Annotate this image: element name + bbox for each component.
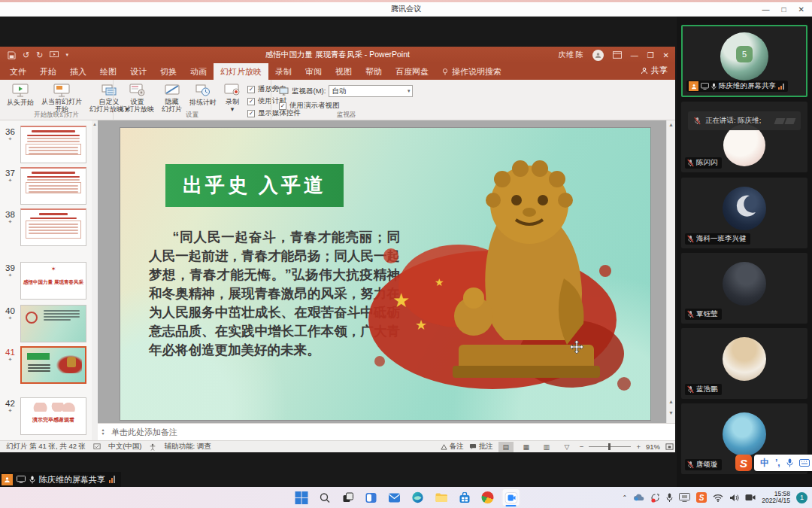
spellcheck-icon[interactable] <box>93 443 101 451</box>
ime-punctuation-icon[interactable]: ’, <box>775 458 780 468</box>
from-beginning-button[interactable]: 从头开始 <box>3 82 38 114</box>
normal-view-button[interactable]: ▤ <box>498 442 514 452</box>
cast-tray-icon[interactable] <box>679 493 690 502</box>
notes-placeholder[interactable]: 单击此处添加备注 <box>108 427 177 438</box>
edge-button[interactable] <box>409 488 427 506</box>
previous-slide-icon[interactable]: ▲ <box>667 399 675 404</box>
microphone-tray-icon[interactable] <box>666 493 673 503</box>
participant-tile[interactable]: 正在讲话: 陈庆维; 陈闪闪 <box>681 102 807 172</box>
monitor-select[interactable]: 自动▾ <box>329 85 413 97</box>
thumbnail-slide-40[interactable]: 40✦ <box>0 305 98 342</box>
slide-title-banner[interactable]: 出乎史 入乎道 <box>165 164 344 207</box>
minimize-icon[interactable]: — <box>762 5 770 14</box>
thumbnail-scrollbar[interactable]: ▲ <box>92 120 98 440</box>
tab-home[interactable]: 开始 <box>33 63 63 80</box>
ime-voice-icon[interactable] <box>786 458 793 467</box>
onedrive-cloud-icon[interactable] <box>633 494 644 501</box>
wps-office-button[interactable] <box>479 488 497 506</box>
participant-tile-screen-share[interactable]: 5 陈庆维的屏幕共享 <box>681 25 807 97</box>
participant-tile[interactable]: 海科一班李兴健 <box>681 178 807 248</box>
thumbnail-slide-37[interactable]: 37✦ <box>0 167 98 205</box>
microsoft-store-button[interactable] <box>456 488 474 506</box>
tab-help[interactable]: 帮助 <box>359 63 389 80</box>
tab-review[interactable]: 审阅 <box>298 63 329 80</box>
thumbnail-slide-36[interactable]: 36✦ <box>0 126 98 163</box>
tab-draw[interactable]: 绘图 <box>93 63 123 80</box>
scroll-up-icon[interactable]: ▲ <box>92 122 98 126</box>
ppt-minimize-icon[interactable]: — <box>631 51 638 59</box>
accessibility-status[interactable]: 辅助功能: 调查 <box>164 442 211 452</box>
notes-toggle[interactable]: 备注 <box>441 442 464 452</box>
widgets-button[interactable] <box>362 488 380 506</box>
tab-slideshow-active[interactable]: 幻灯片放映 <box>214 63 268 80</box>
slide-sorter-view-button[interactable]: ▦ <box>519 442 534 452</box>
wifi-icon[interactable] <box>713 494 723 502</box>
from-current-slide-button[interactable]: 从当前幻灯片 开始 <box>38 82 86 114</box>
clock[interactable]: 15:58 2022/4/15 <box>762 491 790 505</box>
screen-share-banner[interactable]: 陈庆维的屏幕共享 <box>0 472 121 487</box>
language-status[interactable]: 中文(中国) <box>108 442 141 452</box>
task-view-button[interactable] <box>339 488 357 506</box>
ppt-close-icon[interactable]: ✕ <box>663 51 669 59</box>
participant-tile[interactable]: 蓝浩鹏 <box>681 328 807 399</box>
thumbnail-slide-42[interactable]: 42✦ 演示完毕感谢观看 <box>0 397 98 435</box>
search-button[interactable] <box>316 488 334 506</box>
fit-to-window-icon[interactable] <box>665 443 674 451</box>
tab-file[interactable]: 文件 <box>3 63 33 80</box>
slide-area-scrollbar[interactable]: ▲ ▲ ▼ <box>666 120 675 423</box>
tell-me-search[interactable]: 操作说明搜索 <box>441 63 501 80</box>
mail-button[interactable] <box>386 488 404 506</box>
notes-splitter-icon[interactable]: ▴▾ <box>98 428 108 436</box>
reading-view-button[interactable]: ▥ <box>539 442 554 452</box>
ime-toolbar[interactable]: S 中 ’, <box>735 455 812 471</box>
zoom-out-icon[interactable]: − <box>580 443 584 451</box>
participant-tile[interactable]: 覃钰莹 <box>681 253 807 324</box>
ime-language-mode[interactable]: 中 <box>760 457 769 470</box>
tab-animations[interactable]: 动画 <box>183 63 214 80</box>
tab-transitions[interactable]: 切换 <box>153 63 183 80</box>
rehearse-timings-button[interactable]: 排练计时 <box>186 82 220 114</box>
ppt-restore-icon[interactable]: ❐ <box>647 51 654 59</box>
thumbnail-slide-39[interactable]: 39✦ ✶ 感悟中国力量 展现青春风采 <box>0 262 98 300</box>
tencent-meeting-button[interactable] <box>502 488 520 506</box>
account-name[interactable]: 庆维 陈 <box>559 50 583 60</box>
notification-badge[interactable]: 1 <box>796 492 807 503</box>
zoom-level[interactable]: 91% <box>646 443 660 451</box>
account-avatar[interactable] <box>592 50 604 61</box>
tab-view[interactable]: 视图 <box>329 63 359 80</box>
start-button[interactable] <box>292 488 311 506</box>
tray-expand-icon[interactable]: ⌃ <box>622 494 627 501</box>
zoom-slider[interactable] <box>589 446 631 447</box>
tab-baidu-netdisk[interactable]: 百度网盘 <box>389 63 435 80</box>
zoom-slider-thumb[interactable] <box>608 443 611 450</box>
notes-pane[interactable]: ▴▾ 单击此处添加备注 <box>98 423 675 440</box>
sogou-tray-icon[interactable]: S <box>696 492 707 503</box>
current-slide-canvas[interactable]: 出乎史 入乎道 “同人民一起奋斗，青春才能亮丽；同人民一起前进，青春才能昂扬；同… <box>120 128 650 420</box>
scroll-up-icon[interactable]: ▲ <box>667 122 675 127</box>
ribbon-display-options-icon[interactable] <box>613 51 622 59</box>
screen-record-tray-icon[interactable] <box>650 493 660 503</box>
use-presenter-view-checkbox[interactable]: ✓使用演示者视图 <box>279 101 413 111</box>
volume-icon[interactable] <box>729 494 739 502</box>
slideshow-view-button[interactable]: ▽ <box>559 442 574 452</box>
ime-keyboard-icon[interactable] <box>799 459 810 467</box>
tab-design[interactable]: 设计 <box>123 63 153 80</box>
record-slideshow-button[interactable]: 录制 ▾ <box>220 82 244 114</box>
zoom-in-icon[interactable]: + <box>636 443 641 451</box>
setup-slideshow-button[interactable]: 设置 幻灯片放映 <box>117 82 158 114</box>
sogou-logo-icon[interactable]: S <box>735 455 752 471</box>
thumbnail-slide-41-selected[interactable]: 41✦ <box>0 346 98 384</box>
comments-toggle[interactable]: 批注 <box>469 442 493 452</box>
next-slide-icon[interactable]: ▼ <box>667 410 675 415</box>
tab-record[interactable]: 录制 <box>268 63 298 80</box>
tab-insert[interactable]: 插入 <box>63 63 93 80</box>
share-button[interactable]: 共享 <box>641 65 668 76</box>
hide-slide-button[interactable]: 隐藏 幻灯片 <box>158 82 186 114</box>
animation-star-icon: ✦ <box>0 272 20 278</box>
maximize-icon[interactable]: □ <box>782 5 786 14</box>
camera-tray-icon[interactable] <box>745 494 756 501</box>
notes-icon <box>441 443 447 450</box>
thumbnail-slide-38[interactable]: 38✦ <box>0 208 98 246</box>
close-icon[interactable]: ✕ <box>798 5 804 14</box>
file-explorer-button[interactable] <box>432 488 450 506</box>
